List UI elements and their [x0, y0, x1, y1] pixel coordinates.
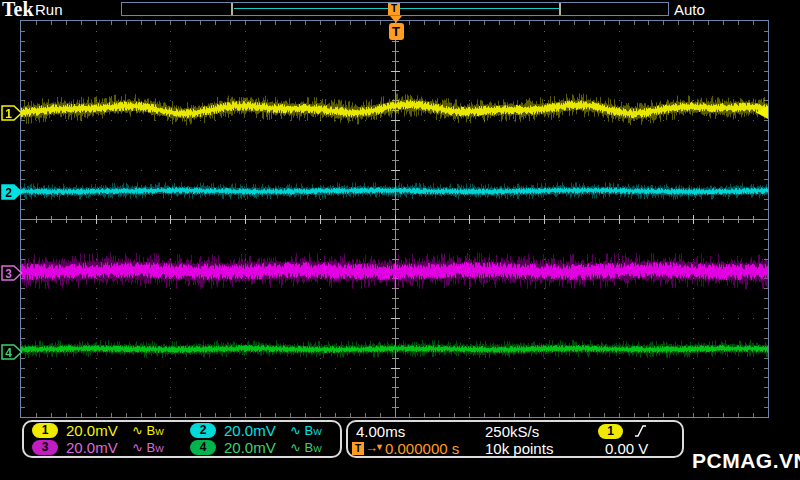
trigger-slope-rising-icon [634, 424, 647, 438]
channel-1-scale: 20.0mV [66, 422, 118, 439]
trigger-position-bar-marker: T [388, 3, 400, 15]
channel-2-scale: 20.0mV [224, 422, 276, 439]
record-length: 10k points [485, 440, 553, 457]
svg-text:4: 4 [5, 346, 12, 360]
channel-3-scale: 20.0mV [66, 439, 118, 456]
oscilloscope-screen: Tek Run T Auto T 1 2 3 4 1 [0, 0, 800, 480]
ac-coupling-icon: ∿ [290, 423, 301, 438]
channel-3-badge[interactable]: 3 [32, 440, 58, 455]
bandwidth-limit-icon: BW [147, 423, 164, 438]
channel-4-scale: 20.0mV [224, 439, 276, 456]
horizontal-trigger-readout-box[interactable]: 4.00ms 250kS/s 1 T → ▼ 0.000000 s 10k po… [346, 420, 684, 458]
acquisition-state: Run [35, 1, 63, 18]
horizontal-scale: 4.00ms [356, 423, 405, 440]
channel-2-readout[interactable]: 2 20.0mV ∿ BW [182, 422, 340, 439]
channel-1-readout[interactable]: 1 20.0mV ∿ BW [24, 422, 182, 439]
channel-4-position-marker[interactable]: 4 [1, 344, 23, 360]
bandwidth-limit-icon: BW [305, 440, 322, 455]
bandwidth-limit-icon: BW [147, 440, 164, 455]
svg-text:1: 1 [5, 107, 12, 121]
trigger-level-arrow-icon[interactable] [756, 106, 769, 119]
channel-readout-row-2: 3 20.0mV ∿ BW 4 20.0mV ∿ BW [24, 439, 340, 456]
channel-4-coupling-bw-icons: ∿ BW [290, 439, 322, 458]
svg-text:2: 2 [5, 186, 12, 200]
channel-3-coupling-bw-icons: ∿ BW [132, 439, 164, 458]
trigger-mode-label: Auto [674, 1, 705, 18]
svg-text:3: 3 [5, 267, 12, 281]
sample-rate: 250kS/s [485, 423, 539, 440]
channel-3-position-marker[interactable]: 3 [1, 265, 23, 281]
trigger-t-icon: T [352, 442, 364, 455]
trigger-position-marker[interactable]: T [388, 16, 404, 40]
trigger-position-value: 0.000000 s [385, 440, 459, 457]
channel-readout-row-1: 1 20.0mV ∿ BW 2 20.0mV ∿ BW [24, 422, 340, 439]
channel-readout-box: 1 20.0mV ∿ BW 2 20.0mV ∿ BW 3 20.0mV ∿ B… [22, 420, 342, 458]
watermark: PCMAG.VN [692, 449, 800, 473]
ac-coupling-icon: ∿ [132, 423, 143, 438]
channel-1-position-marker[interactable]: 1 [1, 105, 23, 121]
record-window-right-divider [559, 3, 561, 15]
trigger-source-badge[interactable]: 1 [598, 424, 623, 439]
channel-4-badge[interactable]: 4 [190, 440, 216, 455]
channel-3-readout[interactable]: 3 20.0mV ∿ BW [24, 439, 182, 456]
trigger-position-t-icon: T [389, 23, 404, 40]
tek-logo: Tek [2, 0, 34, 21]
bandwidth-limit-icon: BW [305, 423, 322, 438]
trace-canvas [21, 21, 768, 417]
trigger-level-value: 0.00 V [605, 440, 648, 457]
trigger-marker-icon: ▼ [375, 442, 384, 452]
channel-2-position-marker[interactable]: 2 [1, 184, 23, 200]
channel-2-badge[interactable]: 2 [190, 423, 216, 438]
acquisition-preview-bar: T [121, 2, 669, 16]
waveform-display [20, 20, 769, 418]
record-window-left-divider [231, 3, 233, 15]
channel-4-readout[interactable]: 4 20.0mV ∿ BW [182, 439, 340, 456]
ac-coupling-icon: ∿ [132, 440, 143, 455]
ac-coupling-icon: ∿ [290, 440, 301, 455]
channel-1-badge[interactable]: 1 [32, 423, 58, 438]
trigger-position-arrow-icon [390, 16, 402, 23]
